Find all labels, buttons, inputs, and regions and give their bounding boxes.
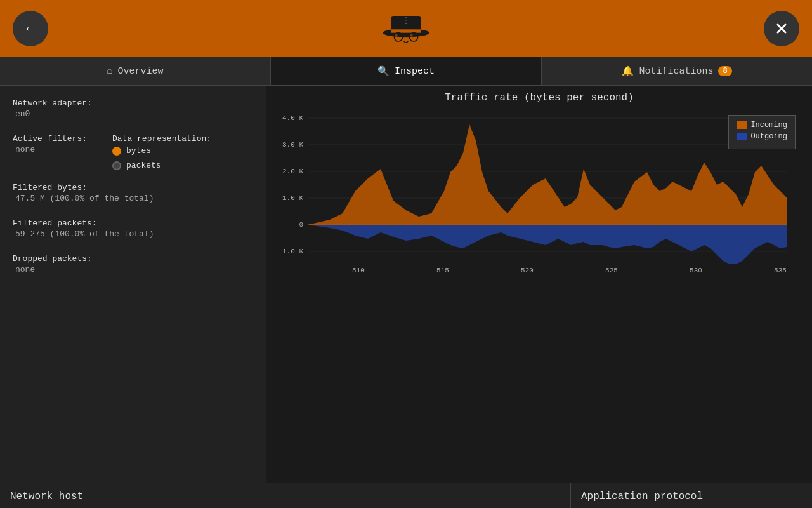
inspect-icon: 🔍 xyxy=(377,65,390,77)
radio-packets[interactable]: packets xyxy=(112,161,211,170)
header: ← xyxy=(0,0,812,57)
bottom-panels: Network host ☆1e100.net – GOOGLE11.7 MB☆… xyxy=(0,483,812,508)
tab-notifications[interactable]: 🔔 Notifications 8 xyxy=(542,57,812,85)
tab-overview-label: Overview xyxy=(118,66,164,77)
dropped-packets-label: Dropped packets: xyxy=(13,254,92,264)
svg-text:520: 520 xyxy=(521,267,534,274)
legend-incoming: Incoming xyxy=(737,121,787,130)
tab-overview[interactable]: ⌂ Overview xyxy=(0,57,271,85)
tools-icon xyxy=(773,20,790,37)
nav-tabs: ⌂ Overview 🔍 Inspect 🔔 Notifications 8 xyxy=(0,57,812,86)
dropped-packets-section: Dropped packets: none xyxy=(13,254,253,274)
svg-point-6 xyxy=(395,34,398,37)
chart-legend: Incoming Outgoing xyxy=(728,115,796,149)
active-filters-section: Active filters: none xyxy=(13,134,87,154)
network-adapter-value: en0 xyxy=(15,109,253,119)
sidebar: Network adapter: en0 Active filters: non… xyxy=(0,86,266,483)
bytes-label: bytes xyxy=(126,146,151,156)
packets-radio-dot xyxy=(112,161,121,170)
data-rep-options: bytes packets xyxy=(112,146,211,170)
active-filters-value: none xyxy=(15,145,87,154)
svg-text:510: 510 xyxy=(352,267,365,274)
dropped-packets-value: none xyxy=(15,265,253,274)
overview-icon: ⌂ xyxy=(107,66,112,77)
svg-text:1.0 K: 1.0 K xyxy=(282,248,303,255)
network-adapter-section: Network adapter: en0 xyxy=(13,98,253,119)
filtered-packets-section: Filtered packets: 59 275 (100.0% of the … xyxy=(13,218,253,239)
network-host-title: Network host xyxy=(10,491,560,502)
tab-inspect[interactable]: 🔍 Inspect xyxy=(271,57,542,85)
svg-rect-2 xyxy=(391,29,421,32)
svg-point-7 xyxy=(410,34,413,37)
svg-text:525: 525 xyxy=(605,267,618,274)
filtered-packets-label: Filtered packets: xyxy=(13,218,97,228)
svg-point-8 xyxy=(405,23,407,25)
app-protocol-panel: Application protocol HTTPS47.5 MBmDNS47.… xyxy=(571,483,812,508)
data-representation-section: Data representation: bytes packets xyxy=(112,134,211,170)
svg-text:535: 535 xyxy=(774,267,787,274)
svg-text:3.0 K: 3.0 K xyxy=(282,141,303,149)
filtered-packets-value: 59 275 (100.0% of the total) xyxy=(15,229,253,239)
network-host-panel: Network host ☆1e100.net – GOOGLE11.7 MB☆… xyxy=(0,483,571,508)
tab-notifications-label: Notifications xyxy=(639,66,713,77)
data-rep-label: Data representation: xyxy=(112,134,211,144)
svg-text:530: 530 xyxy=(690,267,702,274)
app-protocol-title: Application protocol xyxy=(581,491,802,502)
incoming-label: Incoming xyxy=(750,121,787,130)
filtered-bytes-section: Filtered bytes: 47.5 M (100.0% of the to… xyxy=(13,183,253,203)
svg-text:2.0 K: 2.0 K xyxy=(282,168,303,175)
tools-button[interactable] xyxy=(764,11,799,46)
radio-bytes[interactable]: bytes xyxy=(112,146,211,156)
tab-inspect-label: Inspect xyxy=(395,66,435,77)
back-button[interactable]: ← xyxy=(13,11,48,46)
traffic-chart-svg: 4.0 K 3.0 K 2.0 K 1.0 K 0 1.0 K 510 515 … xyxy=(277,109,802,280)
notifications-icon: 🔔 xyxy=(622,65,634,77)
chart-container: 4.0 K 3.0 K 2.0 K 1.0 K 0 1.0 K 510 515 … xyxy=(277,109,802,280)
network-adapter-label: Network adapter: xyxy=(13,98,92,108)
logo-icon xyxy=(381,10,431,48)
outgoing-color xyxy=(737,133,747,140)
svg-text:1.0 K: 1.0 K xyxy=(282,194,303,202)
active-filters-label: Active filters: xyxy=(13,134,87,144)
packets-label: packets xyxy=(126,161,161,170)
filtered-bytes-label: Filtered bytes: xyxy=(13,183,87,192)
legend-outgoing: Outgoing xyxy=(737,132,787,141)
svg-text:4.0 K: 4.0 K xyxy=(282,114,303,122)
svg-text:515: 515 xyxy=(436,267,449,274)
svg-text:0: 0 xyxy=(299,221,303,229)
svg-marker-31 xyxy=(308,225,787,264)
svg-point-9 xyxy=(405,20,407,21)
bytes-radio-dot xyxy=(112,147,121,156)
filtered-bytes-value: 47.5 M (100.0% of the total) xyxy=(15,194,253,203)
chart-title: Traffic rate (bytes per second) xyxy=(277,92,802,104)
outgoing-label: Outgoing xyxy=(750,132,787,141)
app-logo xyxy=(381,10,431,48)
svg-marker-30 xyxy=(308,124,787,225)
notifications-badge: 8 xyxy=(718,66,731,76)
incoming-color xyxy=(737,121,747,129)
main-content: Network adapter: en0 Active filters: non… xyxy=(0,86,812,483)
chart-area: Traffic rate (bytes per second) 4.0 K 3.… xyxy=(266,86,812,483)
